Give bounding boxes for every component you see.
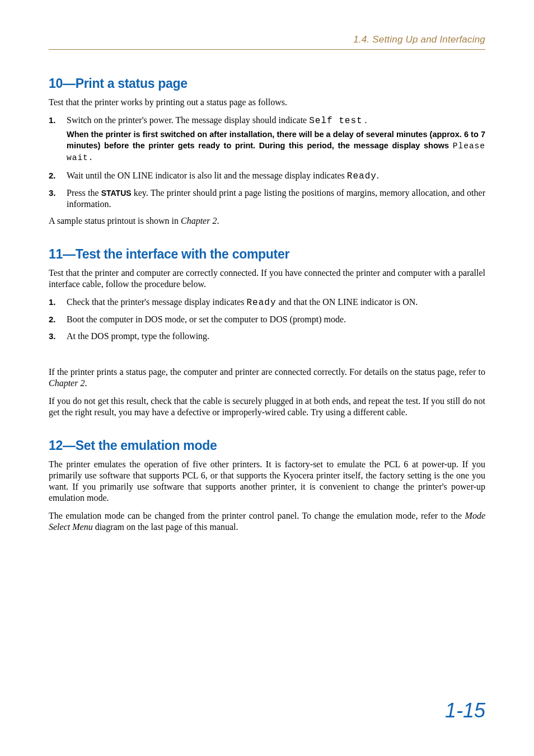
section-10-outro: A sample status printout is shown in Cha… [49, 215, 485, 227]
section-11-intro: Test that the printer and computer are c… [49, 267, 485, 290]
page-number: 1-15 [445, 699, 485, 722]
section-11-outro-1: If the printer prints a status page, the… [49, 367, 485, 389]
text: A sample status printout is shown in [49, 216, 181, 226]
step-number: 1. [49, 115, 56, 126]
list-item: 2. Wait until the ON LINE indicator is a… [49, 170, 485, 182]
section-12-p1: The printer emulates the operation of fi… [49, 459, 485, 504]
text: . [85, 378, 87, 388]
text: diagram on the last page of this manual. [93, 522, 238, 532]
key-name: STATUS [101, 189, 132, 198]
breadcrumb: 1.4. Setting Up and Interfacing [353, 34, 485, 45]
step-text: Check that the printer's message display… [67, 297, 246, 307]
section-10-steps: 1. Switch on the printer's power. The me… [49, 115, 485, 126]
step-number: 3. [49, 187, 56, 199]
text: The emulation mode can be changed from t… [49, 511, 465, 520]
step-text: Press the [67, 188, 101, 198]
section-11-steps: 1. Check that the printer's message disp… [49, 297, 485, 342]
step-text: and that the ON LINE indicator is ON. [276, 297, 418, 307]
chapter-ref: Chapter 2 [181, 216, 217, 226]
section-12-p2: The emulation mode can be changed from t… [49, 510, 485, 533]
heading-section-10: 10—Print a status page [49, 76, 485, 91]
step-number: 2. [49, 170, 56, 181]
step-text: Wait until the ON LINE indicator is also… [67, 171, 347, 180]
page: 1.4. Setting Up and Interfacing 10—Print… [0, 0, 534, 756]
heading-section-12: 12—Set the emulation mode [49, 438, 485, 453]
lcd-text: Ready [347, 171, 377, 181]
code-block-placeholder [49, 348, 485, 367]
step-text: At the DOS prompt, type the following. [67, 331, 209, 341]
step-text: Switch on the printer's power. The messa… [67, 115, 309, 125]
list-item: 1. Switch on the printer's power. The me… [49, 115, 485, 126]
list-item: 1. Check that the printer's message disp… [49, 297, 485, 308]
step-number: 3. [49, 331, 56, 342]
text: If the printer prints a status page, the… [49, 367, 485, 377]
text: . [217, 216, 219, 226]
section-10-intro: Test that the printer works by printing … [49, 97, 485, 108]
section-10-steps-cont: 2. Wait until the ON LINE indicator is a… [49, 170, 485, 210]
heading-section-11: 11—Test the interface with the computer [49, 247, 485, 262]
lcd-text: Ready [246, 298, 276, 308]
section-11-outro-2: If you do not get this result, check tha… [49, 396, 485, 418]
step-text: . [363, 115, 367, 125]
warning-note: When the printer is first switched on af… [49, 129, 485, 163]
step-number: 2. [49, 314, 56, 325]
lcd-text: Self test [309, 116, 362, 126]
step-text: Boot the computer in DOS mode, or set th… [67, 314, 346, 324]
list-item: 3. Press the STATUS key. The printer sho… [49, 187, 485, 210]
step-number: 1. [49, 297, 56, 308]
list-item: 3. At the DOS prompt, type the following… [49, 331, 485, 342]
note-text: When the printer is first switched on af… [67, 130, 485, 150]
step-text: . [377, 171, 379, 180]
page-header: 1.4. Setting Up and Interfacing [49, 34, 485, 50]
chapter-ref: Chapter 2 [49, 378, 85, 388]
list-item: 2. Boot the computer in DOS mode, or set… [49, 314, 485, 325]
